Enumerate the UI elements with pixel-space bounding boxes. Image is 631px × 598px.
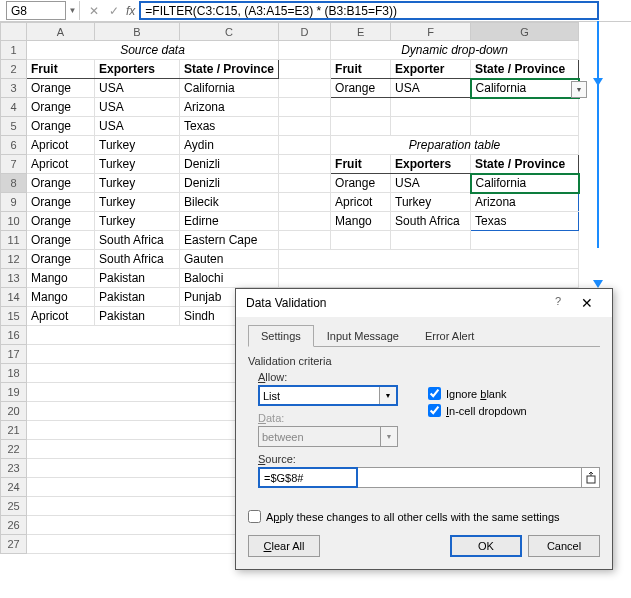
apply-all-checkbox[interactable]: Apply these changes to all other cells w… [248,510,600,523]
cell[interactable]: Orange [331,174,391,193]
row-header-2[interactable]: 2 [1,60,27,79]
cell[interactable] [279,231,331,250]
select-all-corner[interactable] [1,23,27,41]
name-box[interactable] [6,1,66,20]
cell[interactable]: Eastern Cape [180,231,279,250]
cell[interactable]: Pakistan [95,269,180,288]
row-header-22[interactable]: 22 [1,440,27,459]
cell[interactable] [391,98,471,117]
cell[interactable]: State / Province [180,60,279,79]
cell[interactable]: State / Province [471,60,579,79]
enter-formula-icon[interactable]: ✓ [106,3,122,19]
cell[interactable] [331,98,391,117]
cell[interactable]: Apricot [331,193,391,212]
cell[interactable]: California [180,79,279,98]
row-header-21[interactable]: 21 [1,421,27,440]
formula-bar[interactable]: =FILTER(C3:C15, (A3:A15=E3) * (B3:B15=F3… [139,1,599,20]
cell[interactable] [279,98,331,117]
cell[interactable]: Mango [27,288,95,307]
active-cell-G8[interactable]: California [471,174,579,193]
row-header-9[interactable]: 9 [1,193,27,212]
cell[interactable] [279,117,331,136]
cell[interactable]: Turkey [95,193,180,212]
cell[interactable]: Exporters [391,155,471,174]
row-header-18[interactable]: 18 [1,364,27,383]
fx-icon[interactable]: fx [126,4,135,18]
source-input[interactable] [258,467,358,488]
cell[interactable]: Aydin [180,136,279,155]
cell[interactable]: USA [95,98,180,117]
cell[interactable] [279,193,331,212]
chevron-down-icon[interactable]: ▼ [379,387,396,404]
cell[interactable]: Orange [27,193,95,212]
cell[interactable]: Orange [27,212,95,231]
cell[interactable] [391,231,471,250]
cell[interactable]: Texas [180,117,279,136]
cell[interactable] [279,174,331,193]
row-header-16[interactable]: 16 [1,326,27,345]
cell[interactable]: USA [95,117,180,136]
cell[interactable] [391,117,471,136]
cell[interactable]: Orange [27,117,95,136]
cell[interactable]: South Africa [95,250,180,269]
cell[interactable] [471,231,579,250]
cell[interactable] [471,117,579,136]
cell[interactable]: Orange [27,174,95,193]
cell[interactable] [279,212,331,231]
help-icon[interactable]: ? [548,295,568,311]
cell[interactable]: Pakistan [95,307,180,326]
cell[interactable]: Mango [331,212,391,231]
spill-cell-G9[interactable]: Arizona [471,193,579,212]
col-header-F[interactable]: F [391,23,471,41]
cell[interactable]: Turkey [95,212,180,231]
cell[interactable]: Apricot [27,155,95,174]
cell[interactable] [279,60,331,79]
cell[interactable]: Mango [27,269,95,288]
cell[interactable]: Denizli [180,174,279,193]
cell[interactable]: Denizli [180,155,279,174]
cell[interactable]: USA [391,174,471,193]
cell[interactable] [331,117,391,136]
cell[interactable]: Apricot [27,307,95,326]
row-header-27[interactable]: 27 [1,535,27,554]
cell[interactable]: South Africa [391,212,471,231]
row-header-4[interactable]: 4 [1,98,27,117]
incell-dropdown-checkbox[interactable]: In-cell dropdown [428,404,527,417]
cell[interactable] [279,79,331,98]
cell[interactable] [279,41,331,60]
tab-settings[interactable]: Settings [248,325,314,347]
cancel-formula-icon[interactable]: ✕ [86,3,102,19]
cancel-button[interactable]: Cancel [528,535,600,557]
checkbox-input[interactable] [248,510,261,523]
cell[interactable]: Gauten [180,250,279,269]
col-header-B[interactable]: B [95,23,180,41]
cell[interactable]: USA [391,79,471,98]
row-header-25[interactable]: 25 [1,497,27,516]
namebox-dropdown-icon[interactable]: ▼ [66,1,80,20]
col-header-A[interactable]: A [27,23,95,41]
range-picker-icon[interactable] [581,468,599,487]
cell[interactable] [279,155,331,174]
cell[interactable]: Exporter [391,60,471,79]
dropdown-arrow-icon[interactable]: ▼ [571,81,587,98]
cell[interactable]: Orange [27,250,95,269]
cell[interactable]: State / Province [471,155,579,174]
row-header-20[interactable]: 20 [1,402,27,421]
col-header-G[interactable]: G [471,23,579,41]
row-header-26[interactable]: 26 [1,516,27,535]
row-header-6[interactable]: 6 [1,136,27,155]
row-header-24[interactable]: 24 [1,478,27,497]
cell[interactable]: USA [95,79,180,98]
row-header-23[interactable]: 23 [1,459,27,478]
row-header-13[interactable]: 13 [1,269,27,288]
row-header-15[interactable]: 15 [1,307,27,326]
cell[interactable] [331,231,391,250]
row-header-8[interactable]: 8 [1,174,27,193]
cell[interactable]: Turkey [95,155,180,174]
cell[interactable]: Balochi [180,269,279,288]
state-dropdown-cell[interactable]: California [471,79,579,98]
allow-select[interactable]: List ▼ [258,385,398,406]
cell[interactable]: Exporters [95,60,180,79]
cell[interactable]: Apricot [27,136,95,155]
cell[interactable]: Pakistan [95,288,180,307]
